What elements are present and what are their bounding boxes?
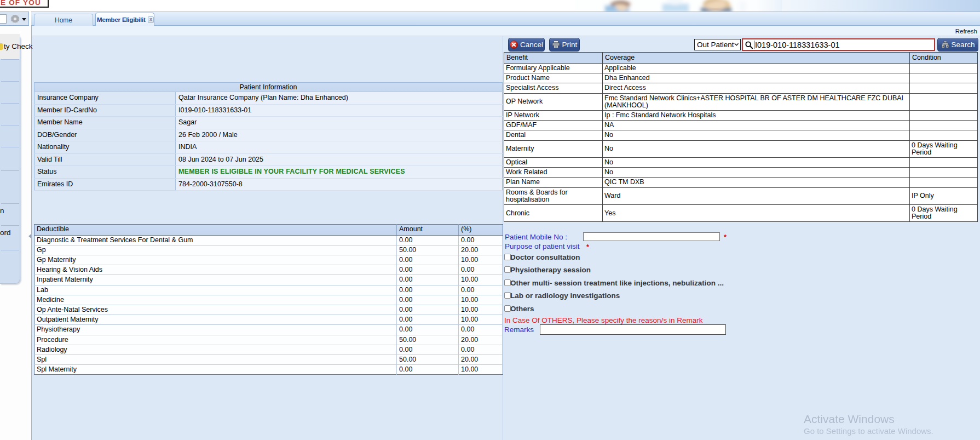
sidebar-divider xyxy=(1,147,19,147)
benefit-row: ChronicYes0 Days Waiting Period xyxy=(504,205,978,222)
medical-staff-photo xyxy=(575,0,783,12)
tab-close-icon[interactable]: x xyxy=(148,16,154,23)
settings-gear-button[interactable] xyxy=(10,14,27,24)
sidebar-item[interactable] xyxy=(0,170,20,203)
sidebar-item[interactable] xyxy=(0,250,20,284)
patient-info-row: Valid Till08 Jun 2024 to 07 Jun 2025 xyxy=(34,153,503,166)
deductible-cell: Procedure xyxy=(34,335,397,345)
deductible-cell: Gp xyxy=(34,245,397,255)
deductible-cell: 0.00 xyxy=(397,265,459,275)
benefit-header-cell: Coverage xyxy=(603,53,910,64)
mini-search-input[interactable] xyxy=(0,14,7,24)
deductible-table: DeductibleAmount(%) Diagnostic & Treatme… xyxy=(34,224,503,375)
deductible-header-cell: Amount xyxy=(397,225,459,236)
deductible-header-row: DeductibleAmount(%) xyxy=(34,225,503,236)
sidebar-item[interactable] xyxy=(0,81,20,103)
patient-info-row: NationalityINDIA xyxy=(34,141,503,154)
deductible-row: Gp Maternity0.0010.00 xyxy=(34,255,503,265)
checkbox-label: Lab or radiology investigations xyxy=(510,292,620,300)
benefit-row: Specialist AccessDirect Access xyxy=(504,83,978,93)
sidebar-item-label: ty Check xyxy=(4,42,33,50)
tab-home-label: Home xyxy=(55,16,72,24)
deductible-cell: 10.00 xyxy=(459,275,503,285)
benefit-row: Product NameDha Enhanced xyxy=(504,73,978,83)
sidebar-item-label: ord xyxy=(0,228,11,237)
deductible-cell: Lab xyxy=(34,285,397,295)
deductible-row: Medicine0.0010.00 xyxy=(34,295,503,305)
sidebar-item[interactable] xyxy=(0,147,20,170)
search-button[interactable]: Search xyxy=(937,38,978,52)
benefit-row: IP NetworkIp : Fmc Standard Network Hosp… xyxy=(504,111,978,121)
benefit-cell xyxy=(910,168,978,178)
benefit-cell: Formulary Applicable xyxy=(504,64,603,73)
patient-info-value-text: 26 Feb 2000 / Male xyxy=(178,131,238,139)
sidebar-item[interactable]: ty Check xyxy=(0,34,20,59)
deductible-row: Inpatient Maternity0.0010.00 xyxy=(34,275,503,285)
benefit-cell: Fmc Standard Network Clinics+ASTER HOSPI… xyxy=(603,93,910,110)
activate-windows-watermark: Activate Windows xyxy=(804,413,895,426)
remarks-input[interactable] xyxy=(540,324,726,335)
select-chevron-icon xyxy=(734,43,739,46)
refresh-bar: Refresh xyxy=(32,26,980,36)
print-button[interactable]: Print xyxy=(549,38,580,52)
search-magnifier-icon xyxy=(745,41,753,49)
benefit-cell xyxy=(910,73,978,83)
print-label: Print xyxy=(562,41,578,49)
visit-type-select[interactable]: Out Patient xyxy=(694,39,741,50)
deductible-cell: 50.00 xyxy=(397,335,459,345)
patient-mobile-input[interactable] xyxy=(583,232,720,241)
deductible-cell: 10.00 xyxy=(459,255,503,265)
deductible-cell: 0.00 xyxy=(459,235,503,245)
benefit-cell xyxy=(910,130,978,140)
sidebar-divider xyxy=(1,103,19,104)
splitter-collapse-icon[interactable] xyxy=(28,234,31,238)
sidebar-item[interactable] xyxy=(0,59,20,81)
deductible-cell: Medicine xyxy=(34,295,397,305)
cancel-button[interactable]: Cancel xyxy=(508,38,545,52)
patient-info-value-text: 08 Jun 2024 to 07 Jun 2025 xyxy=(178,156,263,163)
sidebar-divider xyxy=(1,59,19,60)
tab-member-eligibility[interactable]: Member Eligibilit x xyxy=(95,13,154,26)
benefit-cell xyxy=(910,93,978,110)
deductible-cell: 50.00 xyxy=(397,245,459,255)
cancel-icon xyxy=(510,41,518,49)
sidebar-item[interactable] xyxy=(0,103,20,125)
tab-home[interactable]: Home xyxy=(34,14,93,26)
benefit-row: OP NetworkFmc Standard Network Clinics+A… xyxy=(504,93,978,110)
deductible-cell: 0.00 xyxy=(397,325,459,335)
deductible-cell: Spl xyxy=(34,355,397,364)
sidebar-item[interactable]: ord xyxy=(0,225,20,250)
benefit-cell: Dental xyxy=(504,130,603,140)
deductible-row: Spl Maternity0.0010.00 xyxy=(34,365,503,375)
patient-info-label: Member Name xyxy=(34,117,176,129)
member-search-input[interactable]: I019-010-118331633-01 xyxy=(742,38,935,51)
benefit-cell: Maternity xyxy=(504,140,603,157)
benefit-cell: Rooms & Boards for hospitalisation xyxy=(504,187,603,204)
deductible-cell: Spl Maternity xyxy=(34,365,397,375)
deductible-cell: Hearing & Vision Aids xyxy=(34,265,397,275)
deductible-cell: 50.00 xyxy=(397,355,459,364)
patient-info-value: Qatar Insurance Company (Plan Name: Dha … xyxy=(176,92,503,105)
benefit-header-cell: Condition xyxy=(910,53,978,64)
tab-strip: Home Member Eligibilit x xyxy=(31,12,980,26)
deductible-cell: Diagnostic & Treatment Services For Dent… xyxy=(34,235,397,245)
checkbox-label: Other multi- session treatment like inje… xyxy=(510,279,724,287)
sidebar-item[interactable] xyxy=(0,125,20,147)
deductible-cell: 10.00 xyxy=(459,295,503,305)
tab-member-eligibility-label: Member Eligibilit xyxy=(97,16,146,23)
deductible-cell: 0.00 xyxy=(459,265,503,275)
sidebar-divider xyxy=(1,81,19,82)
patient-info-value: Sagar xyxy=(176,117,503,129)
refresh-link[interactable]: Refresh xyxy=(955,28,977,35)
deductible-row: Radiology0.000.00 xyxy=(34,345,503,355)
benefit-cell: Chronic xyxy=(504,205,603,222)
sidebar-item-icon xyxy=(0,43,3,50)
sidebar-item[interactable]: n xyxy=(0,203,20,225)
benefit-cell xyxy=(910,111,978,121)
sidebar-divider xyxy=(1,225,19,226)
benefit-cell xyxy=(910,178,978,187)
benefit-cell: Direct Access xyxy=(603,83,910,93)
binoculars-icon xyxy=(941,41,949,48)
benefit-cell: Dha Enhanced xyxy=(603,73,910,83)
gear-dropdown-caret-icon xyxy=(22,18,26,21)
